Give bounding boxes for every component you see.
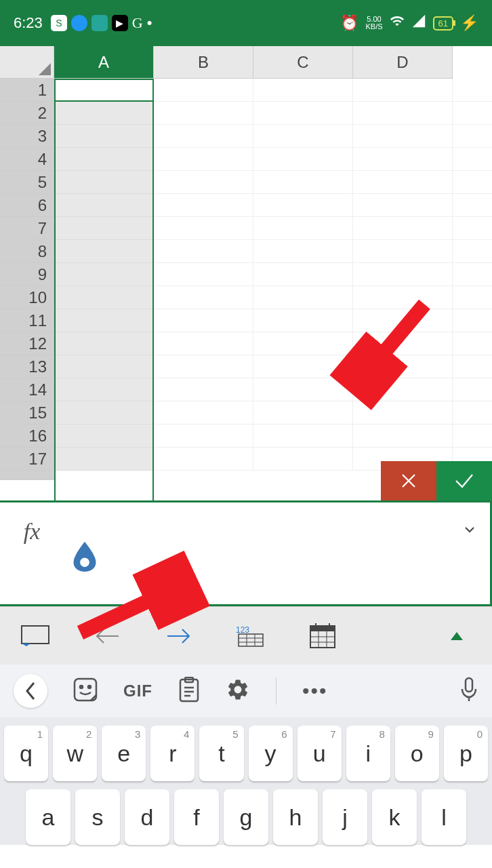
cell[interactable] <box>154 286 253 309</box>
cell[interactable] <box>353 263 453 286</box>
cell[interactable] <box>353 217 453 240</box>
cell[interactable] <box>54 194 154 217</box>
row-header[interactable]: 11 <box>0 309 54 332</box>
select-all-corner[interactable] <box>0 46 54 79</box>
key-y[interactable]: 6y <box>249 726 293 781</box>
cell[interactable] <box>253 79 353 102</box>
cell[interactable] <box>253 148 353 171</box>
cell[interactable] <box>453 425 492 448</box>
keyboard-back-button[interactable] <box>14 674 47 708</box>
key-f[interactable]: f <box>174 789 219 845</box>
cell[interactable] <box>253 263 353 286</box>
row-header[interactable]: 6 <box>0 194 54 217</box>
row-header[interactable]: 13 <box>0 355 54 378</box>
cell[interactable] <box>54 79 154 102</box>
accept-button[interactable] <box>436 461 492 500</box>
cell[interactable] <box>353 171 453 194</box>
key-e[interactable]: 3e <box>102 726 146 781</box>
cell[interactable] <box>453 194 492 217</box>
cell[interactable] <box>353 425 453 448</box>
cell[interactable] <box>253 425 353 448</box>
cell[interactable] <box>54 263 154 286</box>
cell[interactable] <box>54 425 154 448</box>
sticker-icon[interactable] <box>73 677 98 705</box>
cell[interactable] <box>253 240 353 263</box>
cell[interactable] <box>453 102 492 125</box>
cell[interactable] <box>154 217 253 240</box>
key-i[interactable]: 8i <box>346 726 390 781</box>
cell[interactable] <box>453 309 492 332</box>
cell[interactable] <box>453 148 492 171</box>
more-options-icon[interactable]: ••• <box>302 679 328 703</box>
cell[interactable] <box>154 171 253 194</box>
cell[interactable] <box>54 171 154 194</box>
cell[interactable] <box>253 217 353 240</box>
cell[interactable] <box>154 125 253 148</box>
cell[interactable] <box>453 79 492 102</box>
cell[interactable] <box>453 240 492 263</box>
key-t[interactable]: 5t <box>199 726 243 781</box>
key-p[interactable]: 0p <box>444 726 488 781</box>
cell[interactable] <box>353 148 453 171</box>
text-cursor-handle[interactable] <box>73 542 96 574</box>
cell[interactable] <box>54 240 154 263</box>
key-j[interactable]: j <box>323 789 367 845</box>
cell[interactable] <box>253 102 353 125</box>
cell[interactable] <box>253 194 353 217</box>
cell[interactable] <box>353 332 453 355</box>
cell[interactable] <box>353 125 453 148</box>
cell[interactable] <box>353 309 453 332</box>
column-header-a[interactable]: A <box>54 46 154 79</box>
cell[interactable] <box>353 102 453 125</box>
cell[interactable] <box>54 378 154 401</box>
cell[interactable] <box>353 194 453 217</box>
fx-label[interactable]: fx <box>0 502 64 604</box>
cell[interactable] <box>54 286 154 309</box>
row-header[interactable]: 15 <box>0 401 54 425</box>
key-d[interactable]: d <box>125 789 169 845</box>
cell[interactable] <box>54 448 154 471</box>
key-l[interactable]: l <box>422 789 466 845</box>
row-header[interactable]: 3 <box>0 125 54 148</box>
cell[interactable] <box>353 240 453 263</box>
cell[interactable] <box>253 378 353 401</box>
cell[interactable] <box>154 148 253 171</box>
cell[interactable] <box>453 332 492 355</box>
key-k[interactable]: k <box>372 789 417 845</box>
row-header[interactable]: 4 <box>0 148 54 171</box>
cell[interactable] <box>54 217 154 240</box>
key-r[interactable]: 4r <box>150 726 194 781</box>
key-w[interactable]: 2w <box>53 726 97 781</box>
row-header[interactable]: 1 <box>0 79 54 102</box>
key-q[interactable]: 1q <box>4 726 48 781</box>
spreadsheet-grid[interactable]: ABCD 1234567891011121314151617 <box>0 46 492 500</box>
row-header[interactable]: 9 <box>0 263 54 286</box>
cell[interactable] <box>54 102 154 125</box>
cell[interactable] <box>154 102 253 125</box>
collapse-toolbar-icon[interactable] <box>442 621 472 651</box>
row-header[interactable]: 2 <box>0 102 54 125</box>
settings-icon[interactable] <box>226 677 250 705</box>
cell[interactable] <box>154 378 253 401</box>
clipboard-icon[interactable] <box>178 677 200 705</box>
cell[interactable] <box>453 125 492 148</box>
cell[interactable] <box>54 125 154 148</box>
cell[interactable] <box>253 332 353 355</box>
column-header-c[interactable]: C <box>253 46 353 79</box>
cell[interactable] <box>154 425 253 448</box>
cell[interactable] <box>154 240 253 263</box>
row-header[interactable]: 17 <box>0 448 54 471</box>
cell[interactable] <box>154 355 253 378</box>
cell[interactable] <box>253 309 353 332</box>
cell[interactable] <box>154 332 253 355</box>
cell[interactable] <box>253 286 353 309</box>
cell[interactable] <box>154 448 253 471</box>
cell[interactable] <box>253 401 353 425</box>
key-h[interactable]: h <box>273 789 318 845</box>
cell[interactable] <box>453 171 492 194</box>
cell[interactable] <box>353 79 453 102</box>
gif-button[interactable]: GIF <box>123 682 152 701</box>
cell[interactable] <box>54 309 154 332</box>
key-g[interactable]: g <box>224 789 268 845</box>
cell[interactable] <box>253 355 353 378</box>
